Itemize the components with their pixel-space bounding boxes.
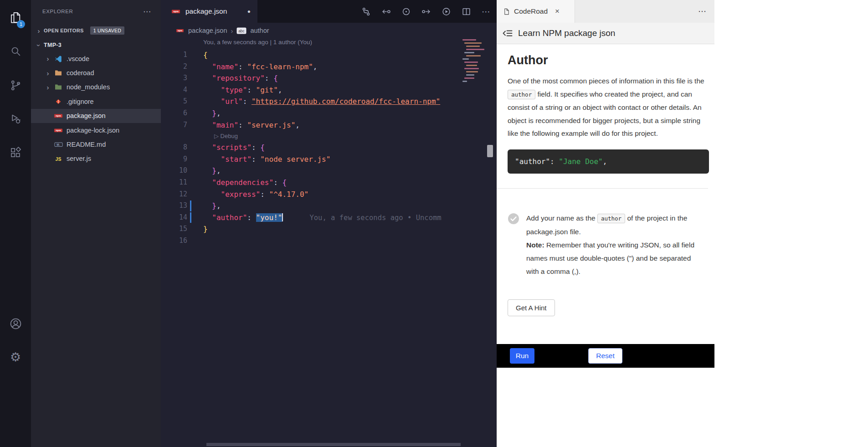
horizontal-scrollbar[interactable] bbox=[206, 443, 461, 446]
open-changes-icon[interactable] bbox=[401, 7, 411, 16]
code-line: 1{ bbox=[161, 49, 497, 61]
minimap-line bbox=[462, 81, 467, 82]
tree-item-label: package.json bbox=[67, 112, 105, 119]
code-text: "main": "server.js", bbox=[203, 119, 300, 131]
close-icon[interactable]: × bbox=[555, 7, 560, 16]
accounts-button[interactable] bbox=[0, 310, 31, 337]
reset-button[interactable]: Reset bbox=[588, 348, 622, 364]
split-editor-icon[interactable] bbox=[462, 7, 471, 16]
tree-item-server.js[interactable]: JSserver.js bbox=[31, 152, 161, 166]
codelens-debug[interactable]: ▷ Debug bbox=[161, 131, 497, 142]
editor-more-actions-icon[interactable]: ⋯ bbox=[482, 6, 490, 17]
svg-text:abc: abc bbox=[239, 28, 245, 33]
token-key: "author" bbox=[212, 213, 247, 222]
token-pu: , bbox=[216, 201, 221, 210]
tab-coderoad[interactable]: CodeRoad × bbox=[497, 0, 575, 23]
get-hint-button[interactable]: Get A Hint bbox=[508, 299, 555, 316]
token-pu: : bbox=[260, 190, 269, 199]
token-pu bbox=[203, 178, 212, 187]
back-to-lessons-icon[interactable] bbox=[503, 29, 513, 37]
minimap-line bbox=[466, 65, 477, 66]
sidebar-item-run-debug[interactable] bbox=[0, 106, 31, 132]
run-code-icon[interactable] bbox=[442, 7, 451, 16]
tutorial-title: Learn NPM package json bbox=[518, 28, 615, 38]
tree-item-package-lock.json[interactable]: npmpackage-lock.json bbox=[31, 123, 161, 137]
code-text: "scripts": { bbox=[203, 142, 265, 154]
sidebar-item-search[interactable] bbox=[0, 38, 31, 64]
token-pu: : bbox=[252, 143, 260, 152]
minimap-line bbox=[464, 42, 482, 44]
line-number: 4 bbox=[161, 84, 187, 96]
tree-item-.vscode[interactable]: ›.vscode bbox=[31, 51, 161, 66]
previous-change-icon[interactable] bbox=[381, 7, 391, 16]
git-blame-header: You, a few seconds ago | 1 author (You) bbox=[203, 39, 312, 46]
token-b2: } bbox=[212, 201, 216, 210]
next-change-icon[interactable] bbox=[421, 7, 431, 16]
token-pu bbox=[203, 121, 212, 129]
task-text: Add your name as the author of the proje… bbox=[526, 211, 704, 278]
npm-icon: npm bbox=[54, 112, 63, 119]
minimap-line bbox=[466, 71, 478, 72]
minimap-line bbox=[466, 74, 474, 76]
minimap[interactable] bbox=[462, 39, 489, 94]
line-number: 15 bbox=[161, 223, 187, 235]
modified-line-indicator bbox=[190, 200, 191, 211]
code-text: "express": "^4.17.0" bbox=[203, 189, 308, 200]
code-text: "dependencies": { bbox=[203, 177, 287, 189]
code-token-string: "Jane Doe" bbox=[559, 157, 602, 166]
breadcrumb-file[interactable]: package.json bbox=[188, 27, 227, 34]
task-note-text: Remember that you're writing JSON, so al… bbox=[526, 241, 694, 275]
code-token-plain: , bbox=[603, 157, 607, 166]
breadcrumb-symbol[interactable]: author bbox=[250, 27, 269, 34]
text-run: One of the most common pieces of informa… bbox=[508, 77, 704, 85]
token-pu bbox=[203, 143, 212, 152]
tree-item-README.md[interactable]: M↓README.md bbox=[31, 137, 161, 151]
text-run: Add your name as the bbox=[526, 214, 597, 222]
token-ghost: You, a few seconds ago • Uncomm bbox=[309, 214, 441, 222]
line-number: 13 bbox=[161, 200, 187, 212]
code-lines[interactable]: 1{2 "name": "fcc-learn-npm",3 "repositor… bbox=[161, 49, 497, 247]
tree-item-label: package-lock.json bbox=[67, 127, 119, 134]
editor-tab-bar: npm package.json ● bbox=[161, 0, 497, 23]
minimap-line bbox=[466, 49, 484, 50]
tab-package-json[interactable]: npm package.json ● bbox=[161, 0, 257, 23]
svg-text:npm: npm bbox=[178, 30, 182, 32]
scrollbar-thumb[interactable] bbox=[487, 145, 493, 157]
minimap-line bbox=[464, 62, 478, 63]
minimap-line bbox=[464, 52, 474, 53]
project-root[interactable]: › TMP-3 bbox=[31, 40, 161, 51]
code-line: 14 "author": "you!"You, a few seconds ag… bbox=[161, 212, 497, 224]
explorer-sidebar: EXPLORER ⋯ › OPEN EDITORS 1 UNSAVED › TM… bbox=[31, 0, 161, 447]
run-button[interactable]: Run bbox=[510, 348, 534, 364]
line-number: 2 bbox=[161, 61, 187, 73]
tree-item-node_modules[interactable]: ›node_modules bbox=[31, 80, 161, 94]
token-key: "start" bbox=[221, 155, 252, 164]
tree-item-.gitignore[interactable]: .gitignore bbox=[31, 94, 161, 108]
token-pu: , bbox=[216, 109, 221, 118]
code-line: 5 "url": "https://github.com/coderoad/fc… bbox=[161, 96, 497, 108]
git-compare-icon[interactable] bbox=[361, 7, 371, 16]
sidebar-item-source-control[interactable] bbox=[0, 72, 31, 98]
breadcrumb-separator: › bbox=[231, 27, 233, 35]
line-number: 12 bbox=[161, 189, 187, 200]
vscode-icon bbox=[54, 55, 63, 62]
sidebar-item-explorer[interactable]: 1 bbox=[0, 5, 31, 31]
token-key: "name" bbox=[212, 62, 238, 71]
line-number: 10 bbox=[161, 165, 187, 177]
chevron-down-icon: › bbox=[35, 42, 43, 48]
tree-item-coderoad[interactable]: ›coderoad bbox=[31, 66, 161, 80]
coderoad-tab-bar: CodeRoad × ⋯ bbox=[497, 0, 714, 23]
token-pu: : bbox=[252, 155, 260, 164]
open-editors-section[interactable]: › OPEN EDITORS 1 UNSAVED bbox=[31, 25, 161, 36]
token-str: "fcc-learn-npm" bbox=[247, 62, 313, 71]
explorer-more-actions-icon[interactable]: ⋯ bbox=[143, 7, 151, 16]
token-pu bbox=[203, 62, 212, 71]
minimap-line bbox=[462, 58, 469, 60]
dirty-dot-icon[interactable]: ● bbox=[247, 8, 251, 15]
sidebar-item-extensions[interactable] bbox=[0, 139, 31, 166]
token-pu bbox=[203, 213, 212, 222]
token-key: "type" bbox=[221, 86, 247, 94]
panel-more-actions-icon[interactable]: ⋯ bbox=[698, 6, 706, 16]
tree-item-package.json[interactable]: npmpackage.json bbox=[31, 109, 161, 123]
settings-button[interactable]: ⚙ bbox=[0, 344, 31, 370]
